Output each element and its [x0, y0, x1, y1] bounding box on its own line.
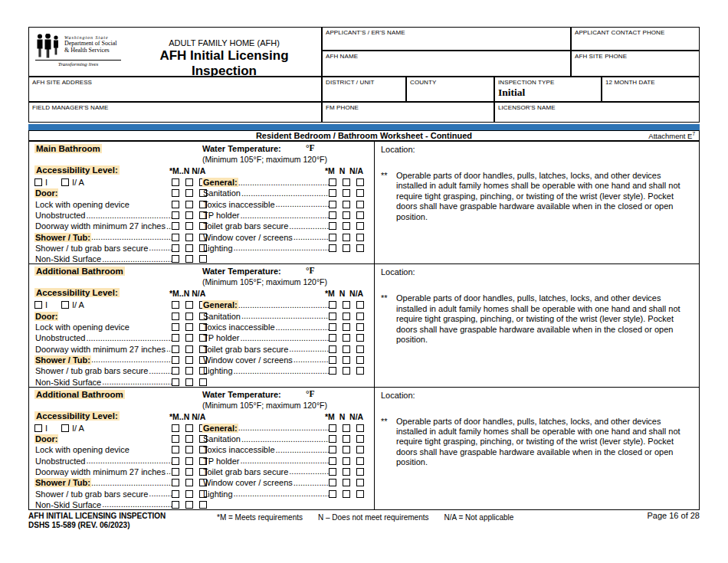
checkbox-n[interactable]: [185, 201, 193, 208]
checkbox-accessibility-ia[interactable]: [61, 301, 69, 309]
checkbox-na[interactable]: [356, 234, 364, 241]
checkbox-n[interactable]: [185, 323, 193, 331]
checkbox-na[interactable]: [356, 424, 364, 432]
checkbox-n[interactable]: [343, 479, 350, 486]
checkbox-m[interactable]: [172, 178, 179, 186]
checkbox-m[interactable]: [329, 367, 336, 375]
checkbox-m[interactable]: [329, 435, 336, 443]
checkbox-accessibility-ia[interactable]: [61, 178, 69, 186]
checkbox-m[interactable]: [329, 313, 336, 320]
checkbox-m[interactable]: [172, 222, 179, 230]
field-district-unit[interactable]: DISTRICT / UNIT: [322, 77, 406, 102]
checkbox-n[interactable]: [185, 457, 193, 465]
checkbox-m[interactable]: [329, 244, 336, 252]
checkbox-na[interactable]: [356, 211, 364, 219]
checkbox-n[interactable]: [343, 446, 350, 453]
field-applicant-name[interactable]: APPLICANT'S / ER'S NAME: [322, 27, 571, 51]
checkbox-n[interactable]: [185, 479, 193, 486]
checkbox-m[interactable]: [329, 201, 336, 208]
checkbox-n[interactable]: [185, 356, 193, 364]
checkbox-m[interactable]: [329, 468, 336, 476]
checkbox-m[interactable]: [172, 234, 179, 241]
checkbox-accessibility-i[interactable]: [34, 301, 42, 309]
checkbox-n[interactable]: [343, 457, 350, 465]
field-12-month-date[interactable]: 12 MONTH DATE: [602, 77, 700, 102]
field-afh-site-address[interactable]: AFH SITE ADDRESS: [28, 77, 322, 102]
checkbox-n[interactable]: [343, 244, 350, 252]
checkbox-n[interactable]: [343, 222, 350, 230]
checkbox-m[interactable]: [172, 189, 179, 197]
checkbox-na[interactable]: [199, 501, 207, 509]
checkbox-na[interactable]: [356, 334, 364, 342]
location-input[interactable]: [415, 391, 693, 401]
field-fm-phone[interactable]: FM PHONE: [322, 102, 494, 123]
checkbox-m[interactable]: [172, 446, 179, 453]
checkbox-na[interactable]: [356, 457, 364, 465]
checkbox-na[interactable]: [356, 345, 364, 353]
checkbox-m[interactable]: [329, 301, 336, 309]
location-input[interactable]: [415, 145, 693, 155]
field-county[interactable]: COUNTY: [406, 77, 494, 102]
field-field-manager-name[interactable]: FIELD MANAGER'S NAME: [28, 102, 322, 123]
checkbox-n[interactable]: [343, 313, 350, 320]
checkbox-na[interactable]: [199, 255, 207, 263]
checkbox-n[interactable]: [185, 234, 193, 241]
checkbox-n[interactable]: [343, 356, 350, 364]
checkbox-n[interactable]: [343, 189, 350, 197]
checkbox-n[interactable]: [185, 501, 193, 509]
checkbox-na[interactable]: [356, 323, 364, 331]
checkbox-m[interactable]: [172, 490, 179, 498]
checkbox-m[interactable]: [172, 255, 179, 263]
checkbox-m[interactable]: [172, 244, 179, 252]
checkbox-m[interactable]: [172, 468, 179, 476]
checkbox-na[interactable]: [199, 378, 207, 386]
checkbox-m[interactable]: [329, 334, 336, 342]
checkbox-m[interactable]: [172, 201, 179, 208]
checkbox-na[interactable]: [356, 490, 364, 498]
water-temperature-input[interactable]: [285, 390, 305, 399]
checkbox-na[interactable]: [356, 468, 364, 476]
field-afh-name[interactable]: AFH NAME: [322, 51, 571, 77]
checkbox-n[interactable]: [185, 313, 193, 320]
checkbox-n[interactable]: [185, 244, 193, 252]
checkbox-na[interactable]: [356, 244, 364, 252]
checkbox-m[interactable]: [329, 234, 336, 241]
checkbox-m[interactable]: [329, 446, 336, 453]
checkbox-n[interactable]: [185, 255, 193, 263]
checkbox-na[interactable]: [356, 367, 364, 375]
checkbox-n[interactable]: [343, 435, 350, 443]
checkbox-m[interactable]: [329, 490, 336, 498]
checkbox-na[interactable]: [356, 479, 364, 486]
checkbox-m[interactable]: [329, 211, 336, 219]
location-input[interactable]: [415, 267, 693, 277]
checkbox-n[interactable]: [185, 446, 193, 453]
checkbox-m[interactable]: [329, 479, 336, 486]
checkbox-n[interactable]: [343, 178, 350, 186]
checkbox-na[interactable]: [356, 313, 364, 320]
checkbox-n[interactable]: [343, 424, 350, 432]
checkbox-m[interactable]: [329, 457, 336, 465]
checkbox-n[interactable]: [185, 334, 193, 342]
checkbox-na[interactable]: [356, 201, 364, 208]
checkbox-n[interactable]: [343, 367, 350, 375]
field-afh-site-phone[interactable]: AFH SITE PHONE: [571, 51, 700, 77]
checkbox-n[interactable]: [185, 345, 193, 353]
checkbox-m[interactable]: [172, 313, 179, 320]
checkbox-n[interactable]: [185, 367, 193, 375]
checkbox-na[interactable]: [356, 178, 364, 186]
checkbox-na[interactable]: [356, 435, 364, 443]
water-temperature-input[interactable]: [285, 267, 305, 276]
checkbox-n[interactable]: [185, 424, 193, 432]
checkbox-n[interactable]: [185, 468, 193, 476]
checkbox-m[interactable]: [172, 501, 179, 509]
checkbox-m[interactable]: [172, 378, 179, 386]
checkbox-n[interactable]: [185, 189, 193, 197]
checkbox-n[interactable]: [185, 222, 193, 230]
checkbox-n[interactable]: [343, 468, 350, 476]
checkbox-m[interactable]: [172, 211, 179, 219]
checkbox-n[interactable]: [343, 345, 350, 353]
checkbox-m[interactable]: [329, 178, 336, 186]
checkbox-m[interactable]: [172, 301, 179, 309]
checkbox-m[interactable]: [329, 424, 336, 432]
checkbox-m[interactable]: [172, 334, 179, 342]
